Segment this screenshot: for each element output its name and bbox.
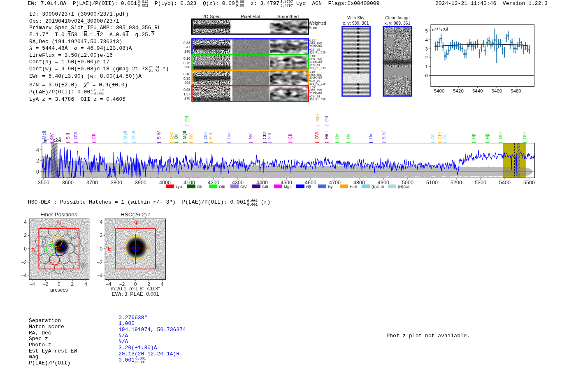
- svg-text:N: N: [133, 220, 137, 226]
- svg-text:CIV: CIV: [437, 132, 442, 139]
- svg-text:{: {: [485, 141, 490, 143]
- svg-text:CIV: CIV: [262, 132, 267, 139]
- svg-text:{: {: [438, 141, 442, 143]
- svg-text:arcsecs: arcsecs: [50, 287, 68, 293]
- svg-text:5400: 5400: [434, 88, 445, 93]
- svg-text:Lyα: Lyα: [176, 184, 182, 189]
- svg-text:{: {: [249, 141, 253, 143]
- svg-text:CIV: CIV: [240, 184, 247, 189]
- svg-text:SiII: SiII: [267, 133, 272, 139]
- svg-text:{: {: [189, 141, 193, 143]
- svg-text:OVI: OVI: [314, 132, 319, 139]
- svg-text:OIII: OIII: [203, 132, 208, 139]
- svg-text:5200: 5200: [451, 180, 462, 186]
- svg-text:{: {: [335, 141, 339, 143]
- svg-text:2.47: 2.47: [183, 45, 190, 49]
- svg-text:2: 2: [24, 232, 27, 238]
- svg-text:{: {: [369, 141, 373, 143]
- svg-text:{: {: [315, 141, 319, 143]
- svg-text:5100: 5100: [426, 180, 438, 186]
- svg-text:Lyα: Lyα: [169, 132, 174, 139]
- svg-text:Hγ: Hγ: [368, 134, 373, 139]
- svg-text:SiIV: SiIV: [315, 114, 320, 122]
- svg-text:{: {: [523, 141, 527, 143]
- svg-text:2: 2: [425, 55, 428, 60]
- svg-text:−2: −2: [43, 281, 49, 287]
- svg-text:OII: OII: [197, 184, 202, 189]
- svg-text:298: 298: [184, 65, 190, 69]
- svg-text:SiII: SiII: [65, 133, 70, 139]
- svg-text:{: {: [132, 141, 136, 143]
- svg-text:{: {: [324, 141, 329, 143]
- svg-text:EWr: 3, PLAE: 0.001: EWr: 3, PLAE: 0.001: [111, 291, 159, 297]
- svg-text:N: N: [57, 220, 61, 226]
- svg-text:0: 0: [36, 169, 39, 175]
- svg-text:Hβ: Hβ: [471, 134, 476, 139]
- svg-text:305_RL_039: 305_RL_039: [309, 51, 325, 54]
- svg-text:3500: 3500: [38, 180, 49, 186]
- svg-text:305_RL_039: 305_RL_039: [309, 67, 325, 70]
- svg-text:2: 2: [100, 232, 103, 238]
- svg-text:{: {: [316, 124, 320, 126]
- svg-text:With Sky: With Sky: [347, 15, 365, 20]
- svg-text:MgII: MgII: [42, 131, 46, 139]
- svg-text:0: 0: [425, 73, 428, 78]
- svg-text:MgII: MgII: [131, 131, 136, 139]
- svg-text:Sum: Sum: [309, 26, 318, 30]
- svg-text:CIII: CIII: [262, 184, 268, 189]
- svg-text:{: {: [66, 141, 70, 143]
- svg-text:SiIV: SiIV: [156, 131, 161, 139]
- svg-text:0.08: 0.08: [183, 88, 190, 92]
- svg-text:2D Spec: 2D Spec: [202, 14, 221, 19]
- svg-text:Hγ: Hγ: [346, 134, 351, 139]
- svg-text:OVI: OVI: [73, 132, 78, 139]
- svg-text:{: {: [182, 141, 187, 143]
- svg-text:298: 298: [184, 49, 190, 53]
- svg-text:20190410: 20190410: [309, 92, 322, 95]
- svg-text:MgII: MgII: [123, 131, 128, 139]
- svg-text:{: {: [267, 141, 272, 143]
- svg-text:Pixel Flat: Pixel Flat: [241, 14, 260, 19]
- svg-text:{: {: [74, 141, 78, 143]
- svg-text:0.89: 0.89: [183, 77, 190, 81]
- svg-text:E: E: [108, 246, 111, 252]
- svg-text:−2: −2: [97, 260, 103, 265]
- svg-text:305_RL_039: 305_RL_039: [309, 82, 325, 86]
- svg-text:1.60": 1.60": [309, 86, 316, 89]
- svg-text:CIII: CIII: [91, 132, 96, 139]
- svg-text:5440: 5440: [472, 88, 483, 93]
- svg-text:Hβ: Hβ: [485, 134, 490, 139]
- svg-text:1: 1: [425, 64, 428, 69]
- svg-text:−4: −4: [21, 273, 27, 278]
- svg-text:m:20.1 re:1.6" s:0.3": m:20.1 re:1.6" s:0.3": [111, 286, 160, 292]
- svg-text:OII: OII: [184, 116, 189, 122]
- svg-text:20190410: 20190410: [309, 76, 322, 79]
- svg-text:OIII: OIII: [522, 132, 527, 139]
- svg-text:4: 4: [36, 147, 39, 153]
- svg-text:4: 4: [425, 37, 428, 42]
- svg-text:{: {: [174, 141, 179, 143]
- svg-text:Hγ: Hγ: [328, 184, 333, 189]
- svg-text:(K)CaII: (K)CaII: [372, 184, 384, 189]
- svg-text:{: {: [382, 141, 386, 143]
- svg-text:305_RL_039: 305_RL_039: [309, 98, 325, 101]
- svg-text:OII: OII: [174, 133, 179, 139]
- svg-text:Hβ: Hβ: [306, 184, 311, 189]
- svg-text:Smoothed: Smoothed: [277, 14, 299, 19]
- svg-text:NV: NV: [248, 133, 253, 139]
- svg-text:{: {: [204, 141, 208, 143]
- svg-text:5460: 5460: [492, 88, 502, 93]
- svg-text:5300: 5300: [475, 180, 486, 186]
- svg-text:3600: 3600: [62, 180, 74, 186]
- svg-text:0: 0: [24, 246, 27, 252]
- svg-text:0: 0: [58, 281, 60, 287]
- svg-text:HeII: HeII: [350, 184, 357, 189]
- svg-text:5420: 5420: [453, 88, 464, 93]
- svg-text:5: 5: [425, 28, 428, 33]
- svg-text:0.75: 0.75: [183, 61, 190, 65]
- svg-text:E: E: [31, 246, 35, 252]
- svg-text:Clean Image: Clean Image: [385, 15, 410, 20]
- svg-text:20190410: 20190410: [309, 60, 322, 63]
- svg-text:{: {: [346, 141, 351, 143]
- svg-text:{: {: [227, 141, 231, 143]
